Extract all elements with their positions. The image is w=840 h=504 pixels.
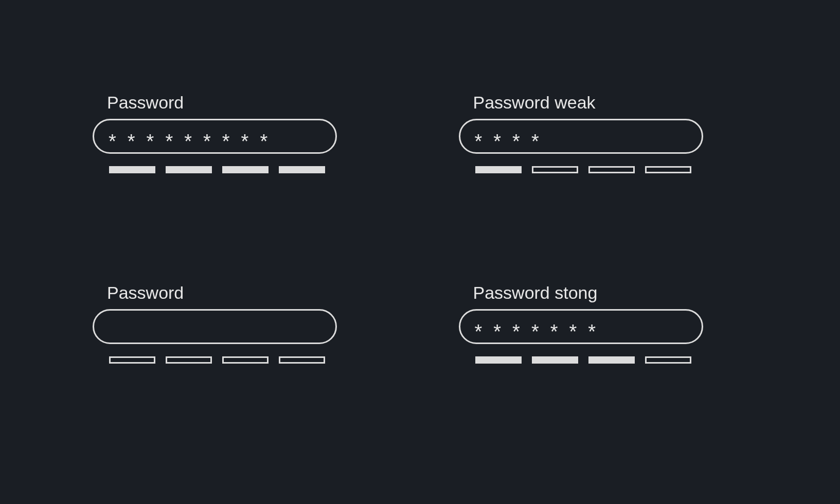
- strength-meter-weak: [475, 166, 691, 173]
- strength-segment: [645, 356, 691, 364]
- strength-segment: [109, 356, 155, 364]
- strength-segment: [532, 166, 578, 173]
- password-mask-char: *: [475, 322, 482, 341]
- strength-meter-empty: [109, 356, 325, 364]
- password-group-full: Password *********: [93, 93, 382, 221]
- password-label: Password: [107, 93, 382, 113]
- password-mask-char: *: [147, 132, 154, 151]
- strength-segment: [222, 356, 269, 364]
- password-mask-char: *: [531, 322, 539, 341]
- strength-segment: [588, 166, 635, 173]
- password-input-weak[interactable]: ****: [459, 119, 703, 154]
- password-group-weak: Password weak ****: [459, 93, 748, 221]
- password-mask-char: *: [260, 132, 267, 151]
- password-mask-char: *: [550, 322, 558, 341]
- password-mask-char: *: [241, 132, 249, 151]
- strength-segment: [166, 356, 212, 364]
- password-mask-char: *: [475, 132, 482, 151]
- strength-segment: [532, 356, 578, 364]
- strength-segment: [109, 166, 155, 173]
- password-group-empty: Password: [93, 283, 382, 411]
- strength-segment: [279, 166, 325, 173]
- password-input-full[interactable]: *********: [93, 119, 337, 154]
- password-group-strong: Password stong *******: [459, 283, 748, 411]
- password-mask-char: *: [203, 132, 211, 151]
- strength-segment: [475, 356, 522, 364]
- password-label: Password stong: [473, 283, 748, 303]
- password-mask-char: *: [493, 322, 501, 341]
- password-mask-char: *: [109, 132, 116, 151]
- strength-segment: [279, 356, 325, 364]
- password-mask-char: *: [512, 132, 520, 151]
- strength-segment: [166, 166, 212, 173]
- password-label: Password weak: [473, 93, 748, 113]
- password-label: Password: [107, 283, 382, 303]
- password-mask-char: *: [531, 132, 539, 151]
- strength-meter-full: [109, 166, 325, 173]
- password-mask-char: *: [165, 132, 173, 151]
- strength-meter-strong: [475, 356, 691, 364]
- password-mask-char: *: [128, 132, 135, 151]
- password-mask-char: *: [493, 132, 501, 151]
- strength-segment: [645, 166, 691, 173]
- password-mask-char: *: [569, 322, 577, 341]
- strength-segment: [475, 166, 522, 173]
- password-mask-char: *: [184, 132, 192, 151]
- password-input-strong[interactable]: *******: [459, 309, 703, 344]
- password-mask-char: *: [588, 322, 596, 341]
- password-mask-char: *: [222, 132, 230, 151]
- strength-segment: [588, 356, 635, 364]
- password-input-empty[interactable]: [93, 309, 337, 344]
- password-mask-char: *: [512, 322, 520, 341]
- strength-segment: [222, 166, 269, 173]
